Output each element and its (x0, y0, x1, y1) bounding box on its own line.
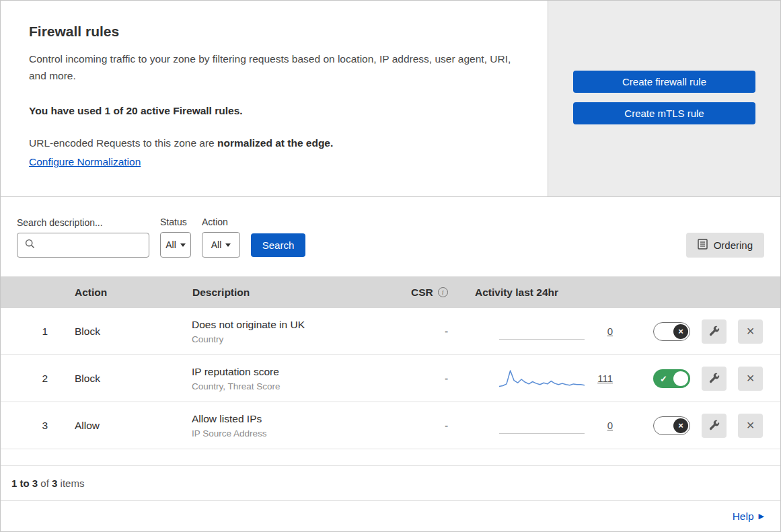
activity-count-link[interactable]: 0 (607, 326, 613, 337)
action-dropdown-value: All (211, 239, 222, 250)
action-dropdown[interactable]: All (202, 232, 240, 258)
rule-controls: ✓ × × (633, 414, 780, 438)
ordering-list-icon (698, 239, 708, 252)
close-icon: × (747, 324, 755, 339)
normalization-note-bold: normalized at the edge. (217, 137, 333, 149)
activity-sparkline (499, 414, 585, 438)
close-icon: × (747, 371, 755, 386)
rule-controls: ✓ × × (633, 319, 780, 344)
configure-normalization-link[interactable]: Configure Normalization (29, 156, 141, 167)
search-button[interactable]: Search (251, 233, 305, 257)
rule-description-cell: Does not originate in UK Country (179, 319, 398, 344)
activity-count-link[interactable]: 111 (597, 373, 613, 384)
delete-rule-button[interactable]: × (738, 319, 763, 344)
header-section: Firewall rules Control incoming traffic … (1, 1, 780, 197)
status-label: Status (160, 217, 191, 227)
wrench-icon (708, 326, 720, 337)
rule-description: Does not originate in UK (192, 319, 398, 331)
rule-priority: 1 (1, 326, 61, 338)
toggle-knob: × (673, 418, 688, 433)
items-of-text: of (38, 478, 52, 489)
page-description: Control incoming traffic to your zone by… (29, 51, 519, 85)
rule-controls: ✓ × × (633, 367, 780, 391)
items-label: items (57, 478, 84, 489)
rule-description-cell: Allow listed IPs IP Source Address (179, 413, 398, 439)
delete-rule-button[interactable]: × (738, 367, 763, 391)
rule-activity-cell: 0 (461, 414, 633, 438)
table-header-row: Action Description CSR i Activity last 2… (1, 276, 780, 308)
status-dropdown[interactable]: All (160, 232, 191, 258)
chevron-down-icon (180, 243, 186, 247)
column-header-description: Description (179, 287, 398, 299)
toggle-knob: × (673, 371, 688, 386)
filter-bar: Search description... Status All Action … (1, 197, 780, 276)
rule-activity-cell: 111 (461, 367, 633, 391)
csr-header-label: CSR (411, 287, 433, 299)
table-row: 1 Block Does not originate in UK Country… (1, 308, 780, 355)
pagination-summary: 1 to 3 of 3 items (1, 465, 780, 500)
ordering-button[interactable]: Ordering (686, 233, 764, 258)
status-filter-group: Status All (160, 217, 191, 258)
activity-count-link[interactable]: 0 (607, 420, 613, 431)
firewall-rules-page: Firewall rules Control incoming traffic … (0, 0, 781, 532)
items-range: 1 to 3 (11, 478, 38, 489)
rule-enabled-toggle[interactable]: ✓ × (653, 322, 690, 341)
column-header-activity: Activity last 24hr (461, 287, 633, 299)
create-firewall-rule-button[interactable]: Create firewall rule (573, 71, 755, 93)
help-bar: Help ▶ (1, 500, 780, 531)
search-input[interactable] (17, 233, 149, 258)
page-title: Firewall rules (29, 24, 519, 40)
table-bottom-gap (1, 449, 780, 465)
action-label: Action (202, 217, 240, 227)
table-row: 2 Block IP reputation score Country, Thr… (1, 355, 780, 402)
edit-rule-button[interactable] (702, 414, 727, 438)
rule-csr-value: - (398, 373, 461, 385)
toggle-x-icon: × (678, 420, 683, 430)
rule-fields: IP Source Address (192, 428, 398, 439)
search-group: Search description... (17, 217, 149, 258)
usage-summary: You have used 1 of 20 active Firewall ru… (29, 105, 519, 117)
arrow-right-icon: ▶ (759, 512, 764, 521)
rule-action: Block (61, 373, 179, 385)
normalization-note-text: URL-encoded Requests to this zone are (29, 137, 217, 149)
info-icon[interactable]: i (438, 287, 448, 297)
rule-activity-cell: 0 (461, 319, 633, 344)
rule-description-cell: IP reputation score Country, Threat Scor… (179, 366, 398, 391)
rule-action: Block (61, 326, 179, 338)
rule-enabled-toggle[interactable]: ✓ × (653, 416, 690, 435)
rule-csr-value: - (398, 420, 461, 432)
delete-rule-button[interactable]: × (738, 414, 763, 438)
column-header-csr: CSR i (398, 287, 461, 299)
normalization-note: URL-encoded Requests to this zone are no… (29, 137, 519, 149)
rule-description: IP reputation score (192, 366, 398, 378)
activity-sparkline (499, 367, 585, 391)
ordering-button-label: Ordering (714, 239, 753, 251)
rule-csr-value: - (398, 326, 461, 338)
table-row: 3 Allow Allow listed IPs IP Source Addre… (1, 402, 780, 449)
search-icon (25, 239, 35, 252)
action-filter-group: Action All (202, 217, 240, 258)
chevron-down-icon (225, 243, 231, 247)
activity-sparkline (499, 319, 585, 344)
create-mtls-rule-button[interactable]: Create mTLS rule (573, 102, 755, 124)
help-link[interactable]: Help ▶ (733, 510, 764, 523)
toggle-x-icon: × (678, 326, 683, 336)
rule-priority: 3 (1, 420, 61, 432)
intro-card: Firewall rules Control incoming traffic … (1, 1, 548, 196)
close-icon: × (747, 418, 755, 433)
rule-enabled-toggle[interactable]: ✓ × (653, 369, 690, 388)
wrench-icon (708, 373, 720, 384)
status-dropdown-value: All (165, 239, 176, 250)
rule-action: Allow (61, 420, 179, 432)
rule-priority: 2 (1, 373, 61, 385)
edit-rule-button[interactable] (702, 367, 727, 391)
rule-fields: Country, Threat Score (192, 381, 398, 391)
toggle-knob: × (673, 324, 688, 339)
wrench-icon (708, 420, 720, 431)
toggle-check-icon: ✓ (660, 373, 667, 383)
search-label: Search description... (17, 217, 149, 228)
help-link-label: Help (733, 510, 754, 523)
actions-panel: Create firewall rule Create mTLS rule (548, 1, 780, 196)
edit-rule-button[interactable] (702, 319, 727, 344)
rule-fields: Country (192, 334, 398, 344)
